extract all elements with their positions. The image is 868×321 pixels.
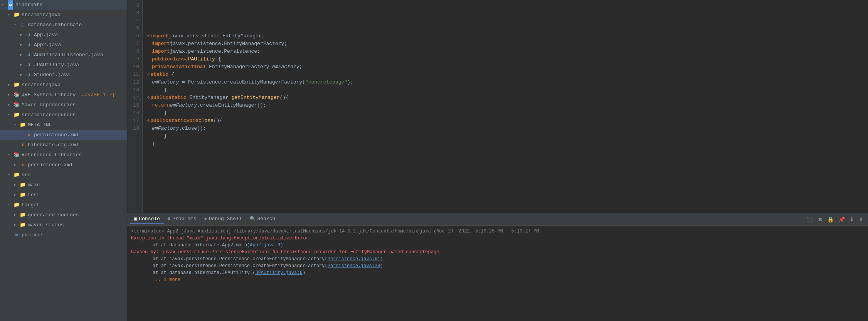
tree-icon: 📁	[13, 112, 20, 118]
tree-item-pom-xml[interactable]: M pom.xml	[0, 230, 127, 240]
code-line-9: emFactory = Persistence.createEntityMana…	[147, 79, 863, 86]
tree-label: JRE System Library [JavaSE-1.7]	[22, 91, 115, 99]
code-line-3: ⊖import javax.persistence.EntityManager;	[147, 32, 863, 40]
tree-label: src/main/java	[22, 11, 61, 19]
fold-arrow[interactable]: ⊖	[147, 32, 150, 40]
tree-label: main	[28, 181, 40, 189]
tree-item-test[interactable]: ▶ 📁 test	[0, 190, 127, 200]
tab-icon-console: ▣	[134, 216, 137, 222]
fold-arrow[interactable]: ⊖	[147, 117, 150, 125]
tree-item-src-test-java[interactable]: ▶ 📁 src/test/java	[0, 80, 127, 90]
console-output: <terminated> App2 [Java Application] /Li…	[127, 226, 868, 321]
tree-arrow[interactable]: ▾	[8, 11, 13, 19]
tree-arrow[interactable]: ▶	[20, 41, 25, 49]
tree-item-main[interactable]: ▶ 📁 main	[0, 180, 127, 190]
tree-item-app-java[interactable]: ▶ J App.java	[0, 30, 127, 40]
tree-arrow[interactable]: ▶	[8, 101, 13, 109]
console-tab-console[interactable]: ▣ Console	[130, 214, 164, 224]
tab-label-console: Console	[139, 216, 160, 222]
tree-item-target[interactable]: ▾ 📁 target	[0, 200, 127, 210]
tree-arrow[interactable]: ▶	[20, 71, 25, 79]
code-line-14: ⊖ public static void close(){	[147, 117, 863, 125]
console-link[interactable]: Persistence.java:61	[328, 256, 380, 262]
tree-label: pom.xml	[22, 231, 43, 239]
tree-item-maven-deps[interactable]: ▶ 📚 Maven Dependencies	[0, 100, 127, 110]
tab-icon-debug-shell: ◈	[204, 216, 207, 222]
tree-arrow[interactable]: ▾	[8, 171, 13, 179]
tree-icon: 📁	[13, 12, 20, 18]
console-error-text: Caused by: javax.persistence.Persistence…	[131, 249, 439, 255]
code-line-10: }	[147, 86, 863, 94]
tree-item-hibernate-cfg-xml[interactable]: X hibernate.cfg.xml	[0, 140, 127, 150]
tree-arrow[interactable]: ▶	[20, 51, 25, 59]
code-line-13: }	[147, 109, 863, 117]
tree-arrow[interactable]: ▶	[8, 91, 13, 99]
project-tree[interactable]: ▾ M hibernate ▾ 📁 src/main/java ▾ ⬚ data…	[0, 0, 127, 321]
tree-arrow[interactable]: ▶	[20, 61, 25, 69]
tree-arrow[interactable]: ▶	[14, 191, 19, 199]
tree-label: database.hibernate	[28, 21, 82, 29]
tree-item-src-main-java[interactable]: ▾ 📁 src/main/java	[0, 10, 127, 20]
tree-item-database-hibernate[interactable]: ▾ ⬚ database.hibernate	[0, 20, 127, 30]
code-line-17: }	[147, 140, 863, 148]
tree-arrow[interactable]: ▾	[8, 111, 13, 119]
tree-item-jre-system[interactable]: ▶ 📚 JRE System Library [JavaSE-1.7]	[0, 90, 127, 100]
console-more-text: ... 1 more	[131, 277, 180, 283]
tree-arrow[interactable]: ▶	[14, 221, 19, 229]
tree-icon: 📁	[13, 202, 20, 208]
tree-item-student-java[interactable]: ▶ J Student.java	[0, 70, 127, 80]
line-number-11: 11	[130, 71, 139, 79]
tree-arrow[interactable]: ▶	[14, 211, 19, 219]
tree-arrow[interactable]: ▶	[8, 81, 13, 89]
tree-item-root[interactable]: ▾ M hibernate	[0, 0, 127, 10]
tree-item-persistence-xml2[interactable]: ▶ X persistence.xml	[0, 160, 127, 170]
console-line-3: at at javax.persistence.Persistence.crea…	[131, 256, 864, 262]
tree-arrow[interactable]: ▾	[14, 121, 19, 129]
console-stop-btn[interactable]: ⬛	[805, 216, 815, 223]
tree-arrow[interactable]: ▾	[8, 151, 13, 159]
tree-arrow[interactable]: ▾	[8, 201, 13, 209]
code-line-18	[147, 148, 863, 155]
tree-item-jpa-java[interactable]: ▶ J JPAUtility.java	[0, 60, 127, 70]
tree-icon: M	[7, 2, 14, 8]
tree-icon: M	[13, 232, 20, 238]
tree-arrow[interactable]: ▶	[20, 31, 25, 39]
tree-item-generated-sources[interactable]: ▶ 📁 generated-sources	[0, 210, 127, 220]
code-line-5: import javax.persistence.Persistence;	[147, 48, 863, 55]
tree-label: target	[22, 201, 40, 209]
code-line-4: import javax.persistence.EntityManagerFa…	[147, 40, 863, 48]
tree-item-ref-libs[interactable]: ▾ 📚 Referenced Libraries	[0, 150, 127, 160]
console-clear-btn[interactable]: ✖	[816, 216, 824, 223]
fold-arrow[interactable]: ⊖	[147, 71, 150, 79]
fold-arrow[interactable]: ⊖	[147, 94, 150, 102]
console-pin-btn[interactable]: 📌	[837, 216, 846, 223]
console-tab-debug-shell[interactable]: ◈ Debug Shell	[200, 214, 246, 224]
console-maximize-btn[interactable]: ⬆	[857, 216, 865, 223]
tree-icon: 📁	[19, 192, 26, 198]
tree-arrow[interactable]: ▾	[2, 1, 7, 9]
tree-arrow[interactable]: ▶	[14, 181, 19, 189]
line-number-7: 7	[130, 40, 139, 48]
console-panel: ▣ Console ⊠ Problems ◈ Debug Shell 🔍 Sea…	[127, 213, 868, 321]
main-content: 23456789101112131415161718 ⊖import javax…	[127, 0, 868, 321]
tree-item-meta-inf[interactable]: ▾ 📁 META-INF	[0, 120, 127, 130]
console-tab-problems[interactable]: ⊠ Problems	[164, 214, 200, 224]
console-scroll-lock-btn[interactable]: 🔒	[826, 216, 835, 223]
console-link[interactable]: Persistence.java:39	[328, 263, 380, 269]
tree-item-audit-java[interactable]: ▶ J AuditTrailListener.java	[0, 50, 127, 60]
line-number-12: 12	[130, 79, 139, 86]
console-minimize-btn[interactable]: ⬇	[848, 216, 856, 223]
tree-arrow[interactable]: ▾	[14, 21, 19, 29]
tree-icon: 📚	[13, 102, 20, 108]
tree-item-src[interactable]: ▾ 📁 src	[0, 170, 127, 180]
console-link[interactable]: JPAUtility.java:9	[255, 270, 302, 276]
tree-item-app2-java[interactable]: ▶ J App2.java	[0, 40, 127, 50]
tree-icon: 📁	[19, 222, 26, 228]
tree-item-persistence-xml[interactable]: X persistence.xml	[0, 130, 127, 140]
tree-arrow[interactable]: ▶	[14, 161, 19, 169]
tree-item-src-main-resources[interactable]: ▾ 📁 src/main/resources	[0, 110, 127, 120]
console-tab-search[interactable]: 🔍 Search	[246, 214, 279, 224]
tree-label: src	[22, 171, 30, 179]
console-link[interactable]: App2.java:9	[250, 242, 280, 248]
tree-item-maven-status[interactable]: ▶ 📁 maven-status	[0, 220, 127, 230]
